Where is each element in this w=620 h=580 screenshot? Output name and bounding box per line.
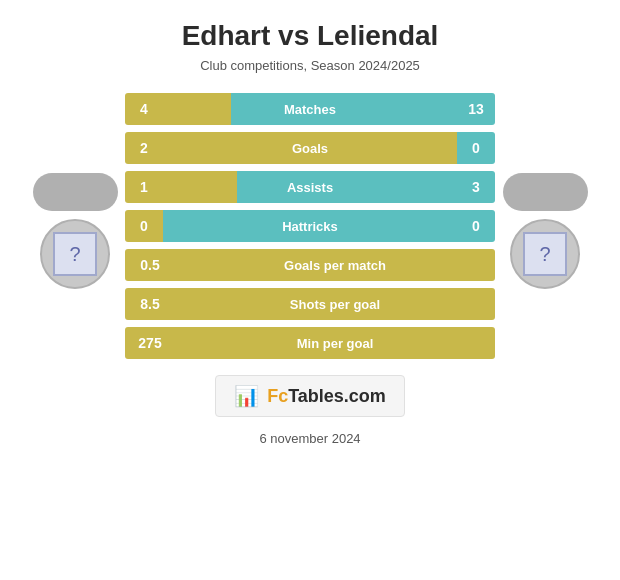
hattricks-row: 0 Hattricks 0 xyxy=(125,210,495,242)
left-team-question-icon: ? xyxy=(53,232,97,276)
hattricks-left-val: 0 xyxy=(125,210,163,242)
min-per-goal-val: 275 xyxy=(125,327,175,359)
logo-text: FcTables.com xyxy=(267,386,386,407)
shots-per-goal-row: 8.5 Shots per goal xyxy=(125,288,495,320)
right-team-question-icon: ? xyxy=(523,232,567,276)
left-team-badge: ? xyxy=(40,219,110,289)
fctables-logo: 📊 FcTables.com xyxy=(215,375,405,417)
goals-label: Goals xyxy=(292,141,328,156)
goals-left-val: 2 xyxy=(125,132,163,164)
chart-icon: 📊 xyxy=(234,384,259,408)
assists-bar-fill xyxy=(163,171,237,203)
logo-area: 📊 FcTables.com xyxy=(215,375,405,417)
assists-right-val: 3 xyxy=(457,171,495,203)
matches-bar-fill xyxy=(163,93,231,125)
assists-left-val: 1 xyxy=(125,171,163,203)
matches-left-val: 4 xyxy=(125,93,163,125)
goals-right-val: 0 xyxy=(457,132,495,164)
goals-bar: Goals xyxy=(163,132,457,164)
matches-right-val: 13 xyxy=(457,93,495,125)
right-team-oval-top xyxy=(503,173,588,211)
hattricks-bar: Hattricks xyxy=(163,210,457,242)
matches-label: Matches xyxy=(284,102,336,117)
stats-section: ? 4 Matches 13 2 Goals 0 xyxy=(0,93,620,359)
main-container: Edhart vs Leliendal Club competitions, S… xyxy=(0,0,620,580)
min-per-goal-label: Min per goal xyxy=(175,336,495,351)
hattricks-right-val: 0 xyxy=(457,210,495,242)
goals-per-match-val: 0.5 xyxy=(125,249,175,281)
match-subtitle: Club competitions, Season 2024/2025 xyxy=(200,58,420,73)
assists-bar: Assists xyxy=(163,171,457,203)
goals-per-match-label: Goals per match xyxy=(175,258,495,273)
assists-row: 1 Assists 3 xyxy=(125,171,495,203)
assists-label: Assists xyxy=(287,180,333,195)
goals-row: 2 Goals 0 xyxy=(125,132,495,164)
match-title: Edhart vs Leliendal xyxy=(182,20,439,52)
right-team-badge: ? xyxy=(510,219,580,289)
hattricks-label: Hattricks xyxy=(282,219,338,234)
stats-rows: 4 Matches 13 2 Goals 0 1 xyxy=(125,93,495,359)
goals-per-match-row: 0.5 Goals per match xyxy=(125,249,495,281)
matches-bar: Matches xyxy=(163,93,457,125)
shots-per-goal-val: 8.5 xyxy=(125,288,175,320)
left-team-oval-top xyxy=(33,173,118,211)
min-per-goal-row: 275 Min per goal xyxy=(125,327,495,359)
logo-fc: Fc xyxy=(267,386,288,406)
left-team: ? xyxy=(25,163,125,289)
matches-row: 4 Matches 13 xyxy=(125,93,495,125)
shots-per-goal-label: Shots per goal xyxy=(175,297,495,312)
match-date: 6 november 2024 xyxy=(259,431,360,446)
right-team: ? xyxy=(495,163,595,289)
